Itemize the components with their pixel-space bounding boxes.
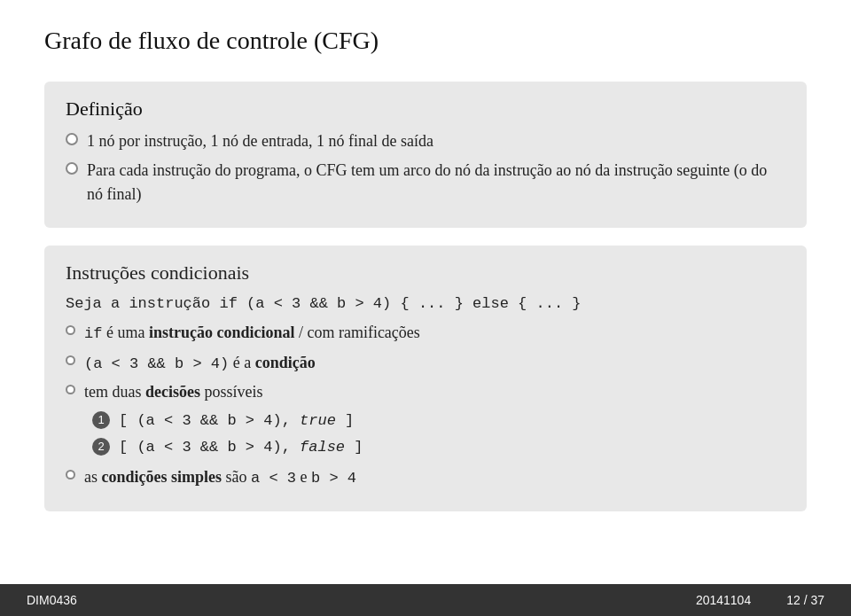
footer-course: DIM0436	[27, 593, 77, 607]
intro-text: Seja a instrução if (a < 3 && b > 4) { .…	[66, 295, 582, 312]
last-bullet: as condições simples são a < 3 e b > 4	[66, 465, 785, 490]
section2-intro: Seja a instrução if (a < 3 && b > 4) { .…	[66, 293, 785, 312]
footer-page: 12 / 37	[786, 593, 824, 607]
badge-2: 2	[92, 438, 110, 456]
cond-bullet-text-3: tem duas decisões possíveis	[84, 380, 263, 404]
main-content: Grafo de fluxo de controle (CFG) Definiç…	[0, 0, 851, 584]
bullet-text-1: 1 nó por instrução, 1 nó de entrada, 1 n…	[87, 129, 433, 153]
cond-bullet-3: tem duas decisões possíveis	[66, 380, 785, 404]
cond-bullet-2: (a < 3 && b > 4) é a condição	[66, 351, 785, 376]
section1-bullets: 1 nó por instrução, 1 nó de entrada, 1 n…	[66, 129, 785, 207]
bullet-dot-1	[66, 133, 78, 145]
badge-1: 1	[92, 411, 110, 429]
section1-title: Definição	[66, 97, 785, 121]
page-title: Grafo de fluxo de controle (CFG)	[44, 27, 807, 55]
footer-date: 20141104	[696, 593, 751, 607]
sub-bullet-2: 2 [ (a < 3 && b > 4), false ]	[92, 436, 785, 459]
sub-bullet-text-1: [ (a < 3 && b > 4), true ]	[119, 409, 354, 433]
section-condicionais: Instruções condicionais Seja a instrução…	[44, 246, 807, 511]
cond-bullet-text-2: (a < 3 && b > 4) é a condição	[84, 351, 316, 376]
sub-bullet-1: 1 [ (a < 3 && b > 4), true ]	[92, 409, 785, 433]
bullet-dot-c3	[66, 385, 75, 394]
cond-bullet-text-1: if é uma instrução condicional / com ram…	[84, 321, 420, 346]
bullet-dot-c2	[66, 355, 75, 365]
cond-bullet-1: if é uma instrução condicional / com ram…	[66, 321, 785, 346]
bullet-item-1: 1 nó por instrução, 1 nó de entrada, 1 n…	[66, 129, 785, 153]
last-bullet-list: as condições simples são a < 3 e b > 4	[66, 465, 785, 490]
last-bullet-text: as condições simples são a < 3 e b > 4	[84, 465, 356, 490]
bullet-dot-last	[66, 470, 75, 480]
bullet-item-2: Para cada instrução do programa, o CFG t…	[66, 159, 785, 207]
sub-bullet-text-2: [ (a < 3 && b > 4), false ]	[119, 436, 363, 459]
bullet-text-2: Para cada instrução do programa, o CFG t…	[87, 159, 785, 207]
footer-bar: DIM0436 20141104 12 / 37	[0, 584, 851, 616]
section2-title: Instruções condicionais	[66, 261, 785, 285]
bullet-dot-c1	[66, 325, 75, 335]
sub-bullet-list: 1 [ (a < 3 && b > 4), true ] 2 [ (a < 3 …	[66, 409, 785, 458]
section2-bullets: if é uma instrução condicional / com ram…	[66, 321, 785, 404]
bullet-dot-2	[66, 162, 78, 175]
footer-right: 20141104 12 / 37	[696, 593, 824, 607]
section-definicao: Definição 1 nó por instrução, 1 nó de en…	[44, 82, 807, 228]
